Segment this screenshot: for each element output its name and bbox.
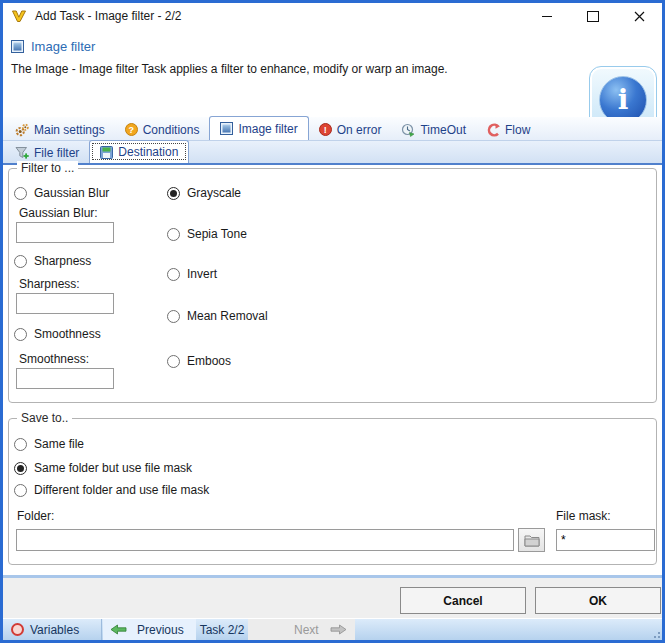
floppy-disk-icon — [100, 146, 113, 159]
add-task-dialog: Add Task - Image filter - 2/2 Image filt… — [0, 0, 665, 643]
sharpness-input[interactable] — [16, 293, 114, 314]
file-mask-label: File mask: — [556, 509, 611, 523]
radio-label: Same folder but use file mask — [34, 461, 192, 475]
tab-image-filter[interactable]: Image filter — [209, 116, 308, 140]
smoothness-field-label: Smoothness: — [19, 352, 89, 366]
radio-sepia-tone[interactable]: Sepia Tone — [167, 227, 247, 241]
page-title: Image filter — [31, 39, 95, 54]
statusbar-variables-button[interactable]: Variables — [3, 619, 102, 640]
radio-grayscale[interactable]: Grayscale — [167, 186, 241, 200]
radio-label: Gaussian Blur — [34, 186, 109, 200]
gray-right-arrow-icon — [330, 624, 347, 635]
save-to-group: Save to.. Same file Same folder but use … — [8, 418, 657, 565]
radio-icon-checked — [14, 462, 27, 475]
folder-label: Folder: — [17, 509, 54, 523]
radio-emboos[interactable]: Emboos — [167, 354, 231, 368]
maximize-button[interactable] — [570, 3, 616, 29]
tab-label: Main settings — [34, 123, 105, 137]
radio-mean-removal[interactable]: Mean Removal — [167, 309, 268, 323]
question-circle-icon — [125, 123, 138, 136]
tab-file-filter[interactable]: File filter — [5, 142, 89, 163]
radio-icon — [167, 228, 180, 241]
error-circle-icon — [319, 123, 332, 136]
funnel-plus-icon — [15, 146, 29, 160]
maximize-icon — [587, 11, 599, 22]
folder-icon — [524, 534, 540, 547]
next-label: Next — [294, 623, 319, 637]
variables-label: Variables — [30, 623, 79, 637]
statusbar-previous-button[interactable]: Previous — [103, 619, 196, 640]
tab-on-error[interactable]: On error — [309, 119, 392, 140]
gaussian-blur-field-label: Gaussian Blur: — [19, 206, 98, 220]
cancel-button[interactable]: Cancel — [400, 587, 526, 614]
resize-grip[interactable] — [651, 629, 661, 639]
radio-icon — [14, 255, 27, 268]
folder-input[interactable] — [16, 529, 514, 551]
tab-label: Conditions — [143, 123, 200, 137]
radio-invert[interactable]: Invert — [167, 267, 217, 281]
minimize-button[interactable] — [524, 3, 570, 29]
green-left-arrow-icon — [110, 624, 127, 635]
statusbar-task-indicator: Task 2/2 — [196, 619, 248, 640]
radio-label: Invert — [187, 267, 217, 281]
main-tab-bar: Main settings Conditions Image filter On… — [3, 117, 662, 141]
variables-icon — [11, 623, 24, 636]
radio-icon-checked — [167, 187, 180, 200]
tab-main-settings[interactable]: Main settings — [5, 119, 115, 140]
previous-label: Previous — [137, 623, 184, 637]
radio-smoothness[interactable]: Smoothness — [14, 327, 101, 341]
titlebar[interactable]: Add Task - Image filter - 2/2 — [3, 3, 662, 29]
radio-same-file[interactable]: Same file — [14, 437, 84, 451]
radio-label: Sepia Tone — [187, 227, 247, 241]
gaussian-blur-input[interactable] — [16, 222, 114, 243]
radio-gaussian-blur[interactable]: Gaussian Blur — [14, 186, 109, 200]
tab-flow[interactable]: Flow — [476, 119, 540, 140]
curved-arrow-icon — [486, 123, 500, 137]
radio-same-folder-file-mask[interactable]: Same folder but use file mask — [14, 461, 192, 475]
radio-different-folder-file-mask[interactable]: Different folder and use file mask — [14, 483, 209, 497]
statusbar: Variables Previous Task 2/2 Next — [3, 618, 662, 640]
filter-to-group: Filter to ... Gaussian Blur Gaussian Blu… — [8, 168, 657, 403]
image-filter-icon — [11, 40, 24, 53]
tab-label: Destination — [118, 145, 178, 159]
file-mask-input[interactable] — [556, 529, 655, 551]
header-title-row: Image filter — [11, 39, 95, 54]
radio-label: Sharpness — [34, 254, 91, 268]
window-title: Add Task - Image filter - 2/2 — [35, 9, 182, 23]
tab-label: Image filter — [238, 122, 297, 136]
minimize-icon — [542, 16, 552, 17]
radio-label: Smoothness — [34, 327, 101, 341]
close-button[interactable] — [616, 3, 662, 29]
image-filter-icon — [220, 122, 233, 135]
save-to-legend: Save to.. — [17, 411, 72, 425]
app-logo-icon — [11, 8, 27, 24]
tab-destination[interactable]: Destination — [89, 140, 189, 163]
smoothness-input[interactable] — [16, 368, 114, 389]
tab-timeout[interactable]: TimeOut — [391, 119, 476, 140]
tab-label: File filter — [34, 146, 79, 160]
radio-icon — [14, 187, 27, 200]
tab-label: Flow — [505, 123, 530, 137]
folder-browse-button[interactable] — [518, 528, 545, 552]
close-icon — [634, 11, 645, 22]
ok-button[interactable]: OK — [535, 587, 661, 614]
radio-sharpness[interactable]: Sharpness — [14, 254, 91, 268]
statusbar-next-button[interactable]: Next — [248, 619, 355, 640]
radio-label: Grayscale — [187, 186, 241, 200]
radio-icon — [14, 484, 27, 497]
window-controls — [524, 3, 662, 29]
sharpness-field-label: Sharpness: — [19, 277, 80, 291]
radio-icon — [167, 268, 180, 281]
page-description: The Image - Image filter Task applies a … — [11, 62, 571, 76]
radio-label: Same file — [34, 437, 84, 451]
sub-tab-bar: File filter Destination — [3, 141, 662, 165]
radio-icon — [167, 355, 180, 368]
tab-label: On error — [337, 123, 382, 137]
filter-to-legend: Filter to ... — [17, 161, 78, 175]
tab-label: TimeOut — [420, 123, 466, 137]
tab-conditions[interactable]: Conditions — [115, 119, 210, 140]
radio-label: Mean Removal — [187, 309, 268, 323]
radio-icon — [14, 328, 27, 341]
radio-icon — [167, 310, 180, 323]
radio-label: Emboos — [187, 354, 231, 368]
